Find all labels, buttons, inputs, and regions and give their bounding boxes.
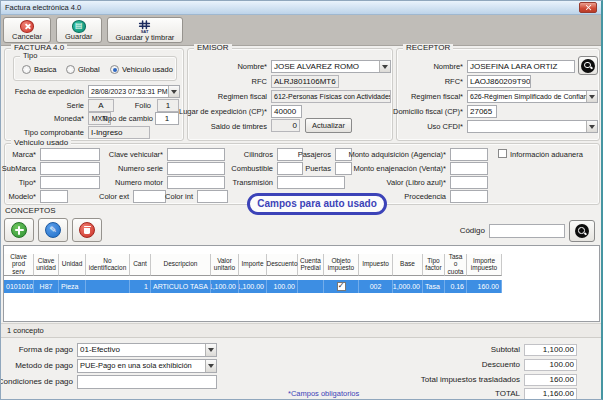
numero-motor-field[interactable]	[167, 176, 225, 189]
table-row[interactable]: 01010101 H87 Pieza 1 ARTICULO TASA 16 1,…	[4, 280, 502, 293]
col-valor-unitario[interactable]: Valor unitario	[211, 254, 239, 276]
radio-global-circle	[66, 65, 75, 74]
receptor-regimen-dropdown-icon[interactable]	[586, 91, 597, 102]
col-tasa-o-cuota[interactable]: Tasa o cuota	[445, 254, 467, 276]
objeto-impuesto-checkbox[interactable]: ✓	[337, 282, 346, 291]
col-clave-unidad[interactable]: Clave unidad	[34, 254, 59, 276]
color-ext-label: Color ext	[99, 193, 129, 201]
save-button[interactable]: ▤ Guardar	[56, 17, 102, 43]
col-clave-prod-serv[interactable]: Clave prod serv	[4, 254, 34, 276]
close-button[interactable]	[579, 2, 597, 13]
col-descuento[interactable]: Descuento	[267, 254, 298, 276]
uso-cfdi-dropdown-icon[interactable]	[586, 121, 597, 132]
vehiculo-group-title: Vehiculo usado	[11, 139, 71, 147]
col-importe[interactable]: Importe	[239, 254, 267, 276]
uso-cfdi-combo[interactable]	[467, 120, 598, 133]
radio-global[interactable]: Global	[66, 65, 100, 74]
submarca-field[interactable]	[40, 162, 100, 175]
clave-vehicular-field[interactable]	[167, 148, 225, 161]
receptor-search-icon	[581, 59, 595, 73]
emisor-nombre-combo[interactable]: JOSE ALVAREZ ROMO	[271, 60, 391, 73]
codigo-input[interactable]	[489, 224, 565, 238]
color-int-field[interactable]	[197, 190, 228, 203]
codigo-search-button[interactable]	[569, 220, 595, 242]
factura-group: FACTURA 4.0 Tipo Basica Global Vehiculo …	[4, 48, 184, 141]
procedencia-field[interactable]	[450, 190, 488, 203]
edit-concepto-button[interactable]: ✎	[38, 218, 68, 242]
close-icon	[585, 4, 592, 11]
emisor-rfc-label: RFC	[252, 78, 267, 86]
save-and-stamp-button[interactable]: SAT Guardar y timbrar	[107, 17, 184, 43]
emisor-regimen-field: 612-Personas Físicas con Actividades E	[271, 90, 391, 103]
col-descripcion[interactable]: Descripcion	[151, 254, 211, 276]
title-bar: Factura electrónica 4.0	[1, 1, 601, 15]
receptor-domicilio-field[interactable]: 27065	[467, 105, 497, 118]
radio-basica-circle	[22, 65, 31, 74]
radio-vehiculo-label: Vehiculo usado	[122, 66, 173, 74]
emisor-lugar-field[interactable]: 40000	[271, 105, 302, 118]
cell-clave-prod-serv: 01010101	[4, 280, 34, 293]
marca-field[interactable]	[40, 148, 100, 161]
monto-enajenacion-field[interactable]	[450, 162, 488, 175]
metodo-pago-combo[interactable]: PUE-Pago en una sola exhibición	[77, 359, 217, 373]
save-icon: ▤	[72, 20, 86, 33]
col-tipo-factor[interactable]: Tipo factor	[423, 254, 445, 276]
tipo-cambio-field[interactable]: 1	[155, 112, 179, 125]
valor-libro-field[interactable]	[450, 176, 488, 189]
serie-field[interactable]: A	[88, 99, 114, 112]
emisor-regimen-label: Regimen fiscal	[218, 93, 267, 101]
metodo-pago-dropdown-icon[interactable]	[205, 360, 216, 372]
receptor-rfc-field[interactable]: LAOJ860209T90	[467, 75, 531, 88]
radio-vehiculo-usado[interactable]: Vehiculo usado	[110, 65, 173, 74]
emisor-nombre-value: JOSE ALVAREZ ROMO	[274, 63, 359, 71]
folio-field[interactable]: 1	[157, 99, 179, 112]
delete-concepto-button[interactable]	[72, 218, 102, 242]
color-int-label: Color int	[165, 193, 193, 201]
tipo-comprobante-field: I-Ingreso	[88, 126, 150, 139]
color-ext-field[interactable]	[133, 190, 166, 203]
forma-pago-combo[interactable]: 01-Efectivo	[77, 343, 217, 357]
metodo-pago-label: Metodo de pago	[15, 362, 73, 370]
col-cant[interactable]: Cant	[130, 254, 151, 276]
monto-adquisicion-field[interactable]	[450, 148, 488, 161]
add-concepto-button[interactable]	[4, 218, 34, 242]
monto-adquisicion-label: Monto adquisición (Agencia)*	[348, 151, 446, 159]
info-aduanera-checkbox[interactable]	[498, 149, 507, 158]
conceptos-table: Clave prod serv Clave unidad Unidad No i…	[3, 245, 600, 322]
condiciones-pago-input[interactable]	[77, 375, 217, 389]
cancel-button[interactable]: Cancelar	[3, 17, 51, 43]
combustible-field[interactable]	[277, 162, 303, 175]
puertas-label: Puertas	[305, 165, 331, 173]
fecha-expedicion-picker[interactable]: 28/08/2023 07:53:31 PM	[88, 85, 180, 98]
emisor-nombre-dropdown-icon[interactable]	[379, 61, 390, 72]
impuestos-trasladados-value: 160.00	[524, 374, 577, 386]
numero-serie-field[interactable]	[167, 162, 225, 175]
forma-pago-dropdown-icon[interactable]	[205, 344, 216, 356]
fecha-expedicion-value: 28/08/2023 07:53:31 PM	[91, 88, 168, 95]
app-window: Factura electrónica 4.0 Cancelar ▤ Guard…	[0, 0, 603, 400]
tipo-field[interactable]	[40, 176, 100, 189]
fecha-dropdown-icon[interactable]	[168, 86, 179, 97]
receptor-search-button[interactable]	[578, 56, 598, 75]
col-objeto-impuesto[interactable]: Objeto impuesto	[324, 254, 359, 276]
radio-basica[interactable]: Basica	[22, 65, 57, 74]
receptor-regimen-combo[interactable]: 626-Régimen Simplificado de Confianz	[467, 90, 598, 103]
col-impuesto[interactable]: Impuesto	[359, 254, 393, 276]
metodo-pago-value: PUE-Pago en una sola exhibición	[80, 362, 192, 370]
col-cuenta-predial[interactable]: Cuenta Predial	[298, 254, 324, 276]
col-base[interactable]: Base	[393, 254, 423, 276]
actualizar-button[interactable]: Actualizar	[305, 118, 352, 133]
campos-obligatorios-note: *Campos obligatorios	[288, 390, 359, 398]
receptor-nombre-field[interactable]: JOSEFINA LARA ORTIZ	[467, 60, 575, 73]
transmision-field[interactable]	[277, 176, 345, 189]
col-no-identificacion[interactable]: No identificacion	[86, 254, 130, 276]
cell-valor-unitario: 1,100.00	[211, 280, 239, 293]
modelo-label: Modelo*	[8, 193, 36, 201]
puertas-field[interactable]	[335, 162, 352, 175]
emisor-group: EMISOR Nombre* JOSE ALVAREZ ROMO RFC ALR…	[187, 48, 393, 141]
col-unidad[interactable]: Unidad	[59, 254, 86, 276]
col-importe-impuesto[interactable]: Importe impuesto	[467, 254, 502, 276]
cell-descripcion: ARTICULO TASA 16	[151, 280, 211, 293]
receptor-nombre-label: Nombre*	[433, 63, 463, 71]
modelo-field[interactable]	[40, 190, 68, 203]
